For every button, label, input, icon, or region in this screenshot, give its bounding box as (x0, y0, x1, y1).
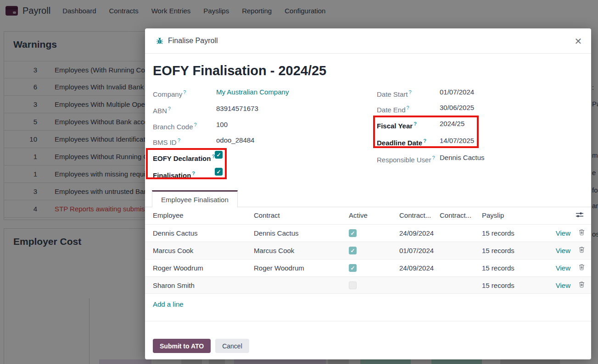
abn-value[interactable]: 83914571673 (216, 104, 258, 113)
help-icon: ? (178, 138, 180, 143)
optional-columns-icon[interactable] (576, 211, 584, 219)
field-label: Company (153, 90, 182, 98)
help-icon: ? (409, 89, 412, 95)
eofy-declaration-checkbox[interactable] (215, 151, 223, 159)
table-header: Employee Contract Active Contract... Con… (145, 207, 591, 224)
help-icon: ? (183, 89, 186, 95)
help-icon: ? (432, 155, 435, 160)
field-label: Date End (377, 106, 406, 114)
finalisation-checkbox[interactable] (215, 168, 223, 176)
cell-active-checkbox[interactable] (349, 281, 357, 289)
cell-payslip: 15 records (482, 229, 514, 237)
cell-active-checkbox[interactable] (349, 247, 357, 254)
view-link[interactable]: View (556, 229, 570, 237)
dialog-header: Finalise Payroll ✕ (145, 28, 591, 54)
screen: Payroll Dashboard Contracts Work Entries… (0, 0, 598, 364)
deadline-date-value[interactable]: 14/07/2025 (440, 136, 474, 145)
field-label: Branch Code (153, 123, 193, 131)
sheet-divider (145, 321, 591, 321)
close-icon[interactable]: ✕ (572, 35, 585, 48)
view-link[interactable]: View (556, 264, 570, 272)
cell-contract: Dennis Cactus (254, 229, 299, 237)
responsible-user-value[interactable]: Dennis Cactus (440, 153, 485, 162)
dialog-footer: Submit to ATO Cancel (153, 339, 249, 353)
field-label: Fiscal Year (377, 122, 413, 130)
branch-code-value[interactable]: 100 (216, 120, 228, 129)
cell-employee: Dennis Cactus (153, 229, 198, 237)
cell-payslip: 15 records (482, 247, 514, 254)
cell-contract: Roger Woodrum (254, 264, 304, 272)
dialog-title: Finalise Payroll (168, 37, 218, 45)
cell-contract-date: 01/07/2024 (399, 247, 434, 254)
company-link[interactable]: My Australian Company (216, 88, 289, 97)
table-row[interactable]: Sharon Smith 15 records View (145, 276, 591, 294)
cell-active-checkbox[interactable] (349, 229, 357, 237)
help-icon: ? (194, 122, 197, 127)
delete-row-icon[interactable] (579, 264, 585, 272)
delete-row-icon[interactable] (579, 246, 585, 254)
view-link[interactable]: View (556, 247, 570, 254)
cell-payslip: 15 records (482, 281, 514, 289)
bms-id-value[interactable]: odoo_28484 (216, 136, 254, 145)
cell-employee: Marcus Cook (153, 247, 193, 254)
submit-to-ato-button[interactable]: Submit to ATO (153, 339, 211, 353)
field-label: BMS ID (153, 138, 177, 146)
table-row[interactable]: Marcus Cook Marcus Cook 01/07/2024 15 re… (145, 242, 591, 259)
help-icon: ? (168, 106, 171, 111)
col-header-payslip[interactable]: Payslip (482, 211, 504, 219)
date-end-value[interactable]: 30/06/2025 (440, 103, 474, 112)
cell-employee: Sharon Smith (153, 281, 195, 289)
cell-active-checkbox[interactable] (349, 264, 357, 272)
field-label: Responsible User (377, 156, 431, 164)
tab-employee-finalisation[interactable]: Employee Finalisation (152, 190, 238, 208)
table-row[interactable]: Roger Woodrum Roger Woodrum 24/09/2024 1… (145, 259, 591, 276)
field-label: EOFY Declaration (153, 154, 211, 162)
cell-contract-date: 24/09/2024 (399, 264, 434, 272)
table-row[interactable]: Dennis Cactus Dennis Cactus 24/09/2024 1… (145, 224, 591, 242)
finalise-payroll-dialog: Finalise Payroll ✕ EOFY Finalisation - 2… (145, 28, 591, 359)
field-label: Deadline Date (377, 139, 422, 147)
help-icon: ? (407, 105, 409, 110)
cancel-button[interactable]: Cancel (215, 339, 249, 353)
date-start-value[interactable]: 01/07/2024 (440, 88, 474, 97)
view-link[interactable]: View (556, 281, 570, 289)
record-heading: EOFY Finalisation - 2024/25 (153, 63, 326, 78)
notebook-tabs: Employee Finalisation (145, 190, 591, 207)
bug-icon (156, 37, 163, 44)
fiscal-year-value[interactable]: 2024/25 (440, 119, 464, 128)
field-label: ABN (153, 107, 167, 115)
cell-contract-date: 24/09/2024 (399, 229, 434, 237)
help-icon: ? (423, 138, 426, 143)
help-icon: ? (414, 121, 417, 127)
col-header-contract-date[interactable]: Contract... (399, 211, 431, 219)
delete-row-icon[interactable] (579, 229, 585, 237)
cell-contract: Marcus Cook (254, 247, 294, 254)
cell-payslip: 15 records (482, 264, 514, 272)
cell-employee: Roger Woodrum (153, 264, 203, 272)
col-header-contract[interactable]: Contract (254, 211, 280, 219)
col-header-employee[interactable]: Employee (153, 211, 184, 219)
help-icon: ? (192, 171, 195, 176)
add-a-line-link[interactable]: Add a line (153, 300, 184, 308)
delete-row-icon[interactable] (579, 281, 585, 289)
field-label: Date Start (377, 90, 408, 98)
col-header-active[interactable]: Active (349, 211, 368, 219)
field-label: Finalisation (153, 171, 191, 179)
col-header-contract-2[interactable]: Contract... (440, 211, 471, 219)
